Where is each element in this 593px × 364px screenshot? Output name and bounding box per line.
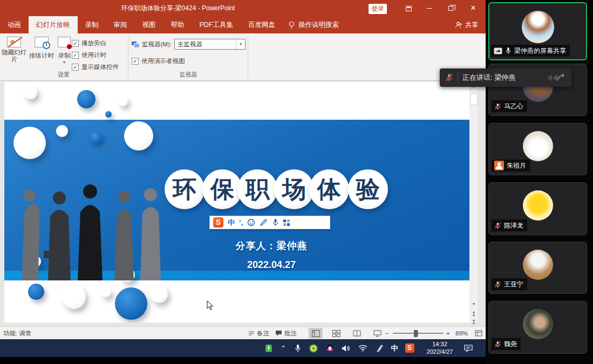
rehearse-timings-label: 排练计时 bbox=[27, 52, 56, 60]
rehearse-timings-button[interactable]: 排练计时 bbox=[27, 36, 56, 60]
slideshow-view-button[interactable] bbox=[370, 328, 384, 339]
slide-canvas[interactable]: 环 保 职 场 体 验 S 中 ’, bbox=[4, 82, 473, 322]
mic-muted-icon bbox=[494, 281, 501, 288]
vertical-scrollbar[interactable]: ▲ ▼ ▲▲ ▼▼ bbox=[469, 82, 478, 322]
window-title: 环保职场体验分享-梁0424 - PowerPoint bbox=[32, 0, 324, 16]
participant-label: 王亚宁 bbox=[492, 278, 527, 290]
checkbox-checked-icon: ✓ bbox=[132, 58, 139, 65]
decor-circle bbox=[151, 286, 168, 303]
ime-punctuation-icon[interactable]: ’, bbox=[239, 216, 243, 229]
tab-pdf-tools[interactable]: PDF工具集 bbox=[192, 16, 241, 33]
mic-icon[interactable] bbox=[272, 218, 279, 226]
microphone-tray-icon[interactable] bbox=[292, 339, 304, 357]
windows-taskbar: ⌃ 中 S 14:32 bbox=[0, 339, 486, 357]
checkbox-checked-icon: ✓ bbox=[72, 64, 79, 71]
monitor-dropdown-value: 主监视器 bbox=[175, 40, 236, 49]
tab-slideshow[interactable]: 幻灯片放映 bbox=[29, 16, 78, 33]
tab-help[interactable]: 帮助 bbox=[163, 16, 192, 33]
login-button[interactable]: 登录 bbox=[369, 4, 387, 14]
ime-menu-grid-icon[interactable] bbox=[283, 219, 290, 226]
minimize-icon[interactable] bbox=[420, 0, 439, 16]
slide-title-char: 保 bbox=[202, 169, 242, 209]
emoji-icon[interactable] bbox=[247, 218, 255, 226]
dropdown-arrow-icon[interactable]: ▾ bbox=[236, 39, 245, 49]
record-button[interactable]: 录制 ▾ bbox=[56, 36, 72, 65]
ribbon-display-options-icon[interactable] bbox=[399, 0, 418, 16]
zoom-level[interactable]: 89% bbox=[455, 327, 468, 340]
mic-on-icon bbox=[505, 47, 512, 54]
close-icon[interactable]: ✕ bbox=[464, 0, 482, 16]
share-button[interactable]: 共享 bbox=[452, 16, 481, 33]
ime-indicator-tray[interactable]: 中 bbox=[388, 339, 400, 357]
scrollbar-thumb[interactable] bbox=[470, 93, 478, 105]
record-dropdown-chevron-icon[interactable]: ▾ bbox=[56, 60, 72, 65]
decor-circle bbox=[105, 111, 112, 118]
hide-slide-button[interactable]: 隐藏幻灯片 bbox=[1, 36, 27, 63]
participant-tile[interactable]: 朱祖月 bbox=[488, 123, 587, 175]
participant-tile[interactable]: 陈泽龙 bbox=[488, 182, 587, 235]
ime-mode-chinese[interactable]: 中 bbox=[228, 216, 235, 229]
restore-icon[interactable] bbox=[441, 0, 460, 16]
meeting-participants-sidebar: 梁仲燕的屏幕共享 马乙心 朱祖月 陈泽龙 bbox=[486, 0, 593, 364]
qq-tray-icon[interactable] bbox=[324, 339, 336, 357]
next-slide-icon[interactable]: ▼▼ bbox=[469, 319, 478, 325]
fit-slide-to-window-button[interactable] bbox=[473, 328, 485, 339]
tab-view[interactable]: 视图 bbox=[135, 16, 163, 33]
slide-title-char: 体 bbox=[309, 169, 349, 209]
presenter-view-checkbox[interactable]: ✓ 使用演示者视图 bbox=[132, 55, 185, 67]
tab-record[interactable]: 录制 bbox=[78, 16, 106, 33]
zoom-slider-handle[interactable] bbox=[414, 330, 418, 337]
pencil-icon[interactable] bbox=[260, 218, 268, 226]
participant-tile[interactable]: 魏尧 bbox=[488, 301, 587, 354]
person-badge-icon bbox=[494, 161, 504, 170]
tell-me-search[interactable]: 操作说明搜索 bbox=[283, 16, 344, 33]
record-icon bbox=[58, 37, 71, 47]
tab-animation[interactable]: 动画 bbox=[0, 16, 29, 33]
sogou-ime-toolbar[interactable]: S 中 ’, bbox=[209, 216, 330, 229]
zoom-slider-tick bbox=[418, 331, 418, 335]
decor-circle bbox=[124, 121, 153, 150]
screen-share-icon bbox=[494, 47, 502, 54]
participant-tile-screen-share[interactable]: 梁仲燕的屏幕共享 bbox=[488, 2, 587, 60]
comment-bubble-icon bbox=[275, 330, 282, 336]
zoom-out-button[interactable]: − bbox=[385, 327, 389, 340]
tray-expand-chevron-icon[interactable]: ⌃ bbox=[277, 339, 289, 357]
avatar bbox=[522, 11, 554, 43]
coin-app-tray-icon[interactable] bbox=[308, 339, 319, 357]
previous-slide-icon[interactable]: ▲▲ bbox=[469, 311, 478, 316]
scroll-down-icon[interactable]: ▼ bbox=[469, 302, 478, 306]
screen: 环保职场体验分享-梁0424 - PowerPoint 登录 ✕ 动画 幻灯片放… bbox=[0, 0, 593, 364]
zoom-slider-track[interactable] bbox=[393, 333, 444, 334]
slide-title-char: 验 bbox=[348, 169, 388, 209]
use-timings-checkbox[interactable]: ✓ 使用计时 bbox=[72, 49, 119, 61]
status-bar: 功能: 调查 备注 批注 − bbox=[0, 326, 486, 339]
taskbar-clock[interactable]: 14:32 2022/4/27 bbox=[422, 340, 458, 355]
comments-button[interactable]: 批注 bbox=[275, 327, 297, 340]
zoom-in-button[interactable]: + bbox=[446, 327, 450, 340]
undo-arrows-icon[interactable] bbox=[544, 73, 566, 83]
tab-review[interactable]: 审阅 bbox=[106, 16, 135, 33]
play-narrations-checkbox[interactable]: ✓ 播放旁白 bbox=[72, 37, 119, 49]
decor-circle bbox=[101, 287, 111, 297]
volume-tray-icon[interactable] bbox=[340, 339, 352, 357]
usb-device-tray-icon[interactable] bbox=[262, 339, 275, 357]
wifi-tray-icon[interactable] bbox=[356, 339, 369, 357]
checkbox-checked-icon: ✓ bbox=[72, 40, 79, 47]
reading-view-button[interactable] bbox=[350, 328, 364, 339]
tab-baidu-netdisk[interactable]: 百度网盘 bbox=[241, 16, 283, 33]
share-label: 共享 bbox=[465, 16, 478, 33]
participant-tile[interactable]: 王亚宁 bbox=[488, 242, 587, 294]
monitor-dropdown[interactable]: 主监视器 ▾ bbox=[174, 39, 246, 50]
ribbon-content: 隐藏幻灯片 排练计时 录制 ▾ ✓ 播放旁白 ✓ 使用计时 bbox=[0, 33, 486, 81]
normal-view-button[interactable] bbox=[309, 328, 323, 339]
notes-button[interactable]: 备注 bbox=[248, 327, 269, 340]
avatar bbox=[523, 309, 553, 339]
slide-sorter-view-button[interactable] bbox=[329, 328, 343, 339]
sogou-tray-icon[interactable]: S bbox=[404, 339, 415, 357]
action-center-icon[interactable] bbox=[462, 339, 475, 357]
person-plus-icon bbox=[455, 21, 462, 29]
sogou-logo-icon[interactable]: S bbox=[213, 217, 223, 228]
decor-circle bbox=[24, 86, 37, 99]
avatar bbox=[523, 190, 553, 221]
pen-input-tray-icon[interactable] bbox=[373, 339, 386, 357]
